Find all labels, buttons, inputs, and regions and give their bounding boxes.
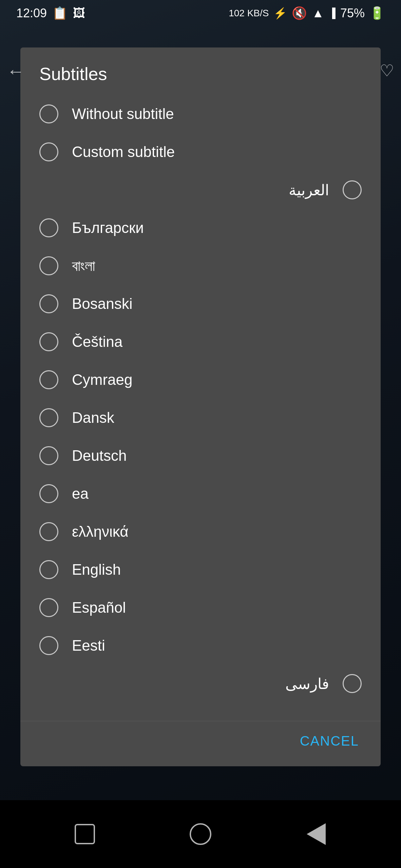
radio-button-welsh	[39, 370, 58, 389]
radio-button-greek	[39, 522, 58, 541]
list-item[interactable]: ea	[20, 475, 381, 513]
radio-button-custom-subtitle	[39, 142, 58, 161]
item-label-arabic: العربية	[39, 181, 329, 199]
list-item[interactable]: Dansk	[20, 399, 381, 437]
cancel-button[interactable]: CANCEL	[292, 728, 367, 754]
battery-display: 75%	[340, 6, 365, 20]
list-item[interactable]: Bosanski	[20, 285, 381, 323]
status-bar: 12:09 📋 🖼 102 KB/S ⚡ 🔇 ▲ ▐ 75% 🔋	[0, 0, 401, 24]
status-left: 12:09 📋 🖼	[16, 6, 85, 20]
list-item[interactable]: Eesti	[20, 627, 381, 665]
speed-display: 102 KB/S	[229, 8, 269, 19]
subtitles-dialog: Subtitles Without subtitleCustom subtitl…	[20, 47, 381, 766]
navigation-bar	[0, 800, 401, 868]
square-icon	[75, 824, 95, 844]
nav-square-button[interactable]	[71, 821, 98, 848]
list-item[interactable]: Български	[20, 209, 381, 247]
item-label-bulgarian: Български	[72, 219, 144, 236]
radio-button-czech	[39, 332, 58, 351]
radio-button-estonian	[39, 636, 58, 655]
item-label-danish: Dansk	[72, 409, 114, 426]
radio-button-spanish	[39, 598, 58, 617]
subtitle-options-list: Without subtitleCustom subtitleالعربيةБъ…	[20, 95, 381, 721]
image-icon: 🖼	[73, 6, 85, 20]
triangle-icon	[307, 823, 326, 845]
radio-button-arabic	[343, 180, 362, 199]
item-label-estonian: Eesti	[72, 637, 105, 654]
list-item[interactable]: فارسی	[20, 665, 381, 703]
item-label-greek: ελληνικά	[72, 523, 129, 540]
battery-icon: 🔋	[369, 6, 385, 20]
item-label-german: Deutsch	[72, 447, 127, 464]
radio-button-danish	[39, 408, 58, 427]
item-label-farsi: فارسی	[39, 675, 329, 692]
list-item[interactable]: Deutsch	[20, 437, 381, 475]
list-item[interactable]: ελληνικά	[20, 513, 381, 551]
radio-button-english	[39, 560, 58, 579]
item-label-english: English	[72, 561, 121, 578]
radio-button-without-subtitle	[39, 104, 58, 123]
wifi-icon: ▲	[312, 6, 324, 20]
list-item[interactable]: বাংলা	[20, 247, 381, 285]
circle-icon	[190, 823, 211, 845]
list-item[interactable]: English	[20, 551, 381, 589]
list-item[interactable]: العربية	[20, 171, 381, 209]
nav-back-button[interactable]	[303, 821, 330, 848]
favorite-button[interactable]: ♡	[380, 61, 394, 80]
list-item[interactable]: Cymraeg	[20, 361, 381, 399]
item-label-czech: Čeština	[72, 333, 122, 350]
dialog-footer: CANCEL	[20, 721, 381, 766]
radio-button-farsi	[343, 674, 362, 693]
dialog-header: Subtitles	[20, 47, 381, 95]
back-button[interactable]: ←	[7, 61, 24, 81]
time-display: 12:09	[16, 6, 47, 20]
status-right: 102 KB/S ⚡ 🔇 ▲ ▐ 75% 🔋	[229, 6, 385, 20]
clipboard-icon: 📋	[52, 6, 68, 20]
signal-icon: ▐	[329, 8, 336, 19]
radio-button-ea	[39, 484, 58, 503]
dialog-title: Subtitles	[39, 64, 362, 84]
item-label-without-subtitle: Without subtitle	[72, 105, 174, 122]
item-label-custom-subtitle: Custom subtitle	[72, 143, 175, 160]
list-item[interactable]: Custom subtitle	[20, 133, 381, 171]
radio-button-bosnian	[39, 294, 58, 313]
item-label-spanish: Español	[72, 599, 126, 616]
mute-icon: 🔇	[292, 6, 307, 20]
list-item[interactable]: Español	[20, 589, 381, 627]
list-item[interactable]: Čeština	[20, 323, 381, 361]
nav-home-button[interactable]	[187, 821, 214, 848]
item-label-bosnian: Bosanski	[72, 295, 133, 312]
item-label-bengali: বাংলা	[72, 257, 95, 275]
bluetooth-icon: ⚡	[273, 7, 287, 20]
radio-button-bulgarian	[39, 218, 58, 237]
radio-button-german	[39, 446, 58, 465]
list-item[interactable]: Without subtitle	[20, 95, 381, 133]
item-label-welsh: Cymraeg	[72, 371, 133, 388]
item-label-ea: ea	[72, 485, 89, 502]
radio-button-bengali	[39, 256, 58, 275]
